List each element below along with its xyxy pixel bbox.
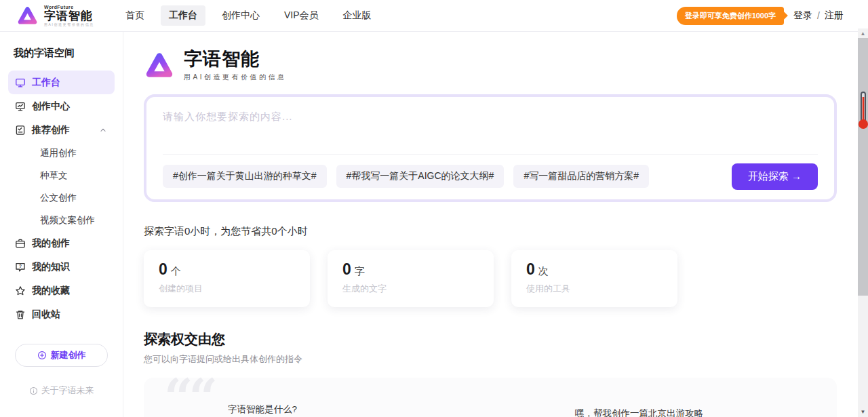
workbench-icon: [15, 77, 26, 88]
sidebar-item-recycle-bin[interactable]: 回收站: [8, 302, 115, 326]
brand-triangle-icon: [16, 5, 39, 27]
suggestion-chip-aigc[interactable]: #帮我写一篇关于AIGC的论文大纲#: [336, 165, 505, 188]
brand-tagline-tiny: 用AI创造更有价值的信息: [44, 23, 94, 26]
stats-summary: 探索字语0小时，为您节省共0个小时: [144, 225, 837, 238]
new-creation-button[interactable]: 新建创作: [15, 344, 108, 367]
nav-item-workbench[interactable]: 工作台: [161, 5, 205, 26]
brand-name: 字语智能: [44, 10, 94, 22]
stat-value: 0: [526, 260, 535, 278]
sidebar-sub-item-general-creation[interactable]: 通用创作: [8, 142, 115, 164]
top-nav: 首页 工作台 创作中心 VIP会员 企业版: [117, 5, 380, 26]
sidebar-item-label: 我的创作: [32, 237, 70, 250]
login-link[interactable]: 登录: [793, 9, 812, 22]
stats-row: 0个 创建的项目 0字 生成的文字 0次 使用的工具: [144, 250, 837, 307]
stat-value: 0: [342, 260, 351, 278]
auth-separator: /: [817, 10, 820, 21]
start-explore-button[interactable]: 开始探索 →: [732, 163, 818, 190]
sidebar: 我的字语空间 工作台 创作中心 推荐创作 通用创作 种草文 公文创作 视频文案创: [0, 32, 123, 417]
search-card: #创作一篇关于黄山出游的种草文# #帮我写一篇关于AIGC的论文大纲# #写一篇…: [144, 94, 837, 202]
sidebar-sub-item-seeding-article[interactable]: 种草文: [8, 164, 115, 186]
about-link[interactable]: 关于字语未来: [0, 384, 123, 397]
nav-item-enterprise[interactable]: 企业版: [335, 5, 380, 26]
thermometer-icon: [858, 91, 868, 133]
new-creation-label: 新建创作: [51, 349, 86, 361]
star-icon: [15, 285, 26, 296]
stat-label: 生成的文字: [342, 283, 479, 295]
scrollbar-up-arrow-icon[interactable]: ▲: [858, 31, 868, 37]
knowledge-icon: ?: [15, 262, 26, 273]
hero-logo: 字语智能 用AI创造更有价值的信息: [144, 49, 837, 82]
nav-item-vip[interactable]: VIP会员: [276, 5, 327, 26]
explore-section-subtitle: 您可以向字语提问或给出具体创作的指令: [144, 353, 837, 365]
sidebar-sub-item-official-doc[interactable]: 公文创作: [8, 186, 115, 209]
login-promo-badge[interactable]: 登录即可享免费创作1000字: [677, 7, 784, 25]
stat-label: 创建的项目: [159, 283, 295, 295]
sidebar-item-creation-center[interactable]: 创作中心: [8, 94, 115, 118]
chevron-up-icon[interactable]: [98, 125, 108, 135]
nav-item-home[interactable]: 首页: [117, 5, 153, 26]
sidebar-title: 我的字语空间: [14, 47, 109, 60]
sidebar-sub-item-video-copy[interactable]: 视频文案创作: [8, 209, 115, 231]
suggestion-chips-row: #创作一篇关于黄山出游的种草文# #帮我写一篇关于AIGC的论文大纲# #写一篇…: [163, 163, 818, 190]
scrollbar-thumb[interactable]: [858, 38, 868, 296]
suggestion-chip-dessert[interactable]: #写一篇甜品店的营销方案#: [513, 165, 649, 188]
nav-item-creation-center[interactable]: 创作中心: [214, 5, 268, 26]
explore-section-title: 探索权交由您: [144, 330, 837, 349]
brand-triangle-icon: [144, 50, 175, 81]
sidebar-item-recommended[interactable]: 推荐创作: [8, 118, 115, 142]
stat-label: 使用的工具: [526, 283, 663, 295]
sidebar-item-label: 我的知识: [32, 261, 70, 273]
hero-tagline: 用AI创造更有价值的信息: [184, 73, 286, 82]
svg-text:?: ?: [19, 264, 22, 269]
stat-unit: 字: [355, 265, 365, 277]
page-scrollbar[interactable]: ▲ ▼: [858, 28, 868, 417]
sidebar-item-label: 推荐创作: [32, 124, 70, 136]
top-header: WordFuture 字语智能 用AI创造更有价值的信息 首页 工作台 创作中心…: [0, 0, 868, 32]
creation-center-icon: [15, 101, 26, 112]
recommended-icon: [15, 125, 26, 136]
hero-brand-title: 字语智能: [184, 49, 286, 70]
example-prompt-2[interactable]: 嘿，帮我创作一篇北京出游攻略: [575, 408, 703, 417]
plus-circle-icon: [37, 351, 47, 360]
register-link[interactable]: 注册: [825, 9, 844, 22]
about-label: 关于字语未来: [41, 384, 94, 397]
sidebar-item-label: 创作中心: [32, 100, 70, 113]
stat-card-words: 0字 生成的文字: [328, 250, 494, 307]
sidebar-item-workbench[interactable]: 工作台: [8, 71, 115, 94]
example-prompts-card: ““ 字语智能是什么? 嘿，帮我创作一篇北京出游攻略: [144, 378, 837, 417]
sidebar-item-label: 回收站: [32, 309, 60, 321]
example-prompt-1[interactable]: 字语智能是什么?: [228, 403, 297, 416]
briefcase-icon: [15, 238, 26, 249]
sidebar-item-my-knowledge[interactable]: ? 我的知识: [8, 255, 115, 279]
stat-card-tools: 0次 使用的工具: [511, 250, 677, 307]
suggestion-chip-huangshan[interactable]: #创作一篇关于黄山出游的种草文#: [163, 165, 327, 188]
stat-unit: 次: [538, 265, 549, 277]
stat-unit: 个: [171, 265, 181, 277]
scrollbar-down-arrow-icon[interactable]: ▼: [858, 409, 868, 415]
sidebar-item-my-creations[interactable]: 我的创作: [8, 231, 115, 255]
sidebar-item-label: 工作台: [32, 77, 60, 89]
search-input[interactable]: [163, 111, 818, 151]
brand-name-en: WordFuture: [44, 5, 94, 9]
search-divider: [163, 154, 818, 155]
sidebar-item-my-favorites[interactable]: 我的收藏: [8, 279, 115, 302]
brand-logo[interactable]: WordFuture 字语智能 用AI创造更有价值的信息: [16, 5, 94, 27]
stat-value: 0: [159, 260, 167, 278]
quote-icon: ““: [164, 372, 214, 417]
auth-links: 登录 / 注册: [793, 9, 844, 22]
info-circle-icon: [29, 386, 38, 395]
sidebar-item-label: 我的收藏: [32, 285, 70, 297]
trash-icon: [15, 309, 26, 320]
main-content: 字语智能 用AI创造更有价值的信息 #创作一篇关于黄山出游的种草文# #帮我写一…: [123, 32, 868, 417]
stat-card-projects: 0个 创建的项目: [144, 250, 310, 307]
